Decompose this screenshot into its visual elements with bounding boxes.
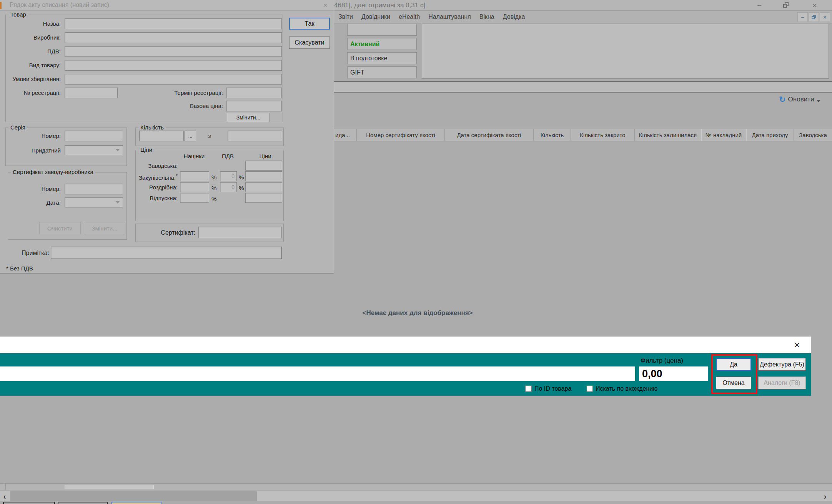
purchase-star: * xyxy=(176,173,178,179)
scroll-right-icon[interactable]: › xyxy=(820,491,830,501)
group-prices-label: Ціни xyxy=(138,147,154,153)
note-input[interactable] xyxy=(51,247,282,259)
series-valid-combo[interactable] xyxy=(65,145,123,155)
menu-item-directories[interactable]: Довідники xyxy=(357,13,394,20)
mdi-restore-icon[interactable] xyxy=(809,12,819,22)
product-search-input[interactable] xyxy=(0,366,635,381)
release-markup-input[interactable] xyxy=(180,193,209,203)
table-header-cell[interactable]: Кількість закрито xyxy=(571,129,635,141)
mdi-minimize-icon[interactable]: – xyxy=(797,12,808,22)
series-number-input[interactable] xyxy=(65,131,123,141)
quantity-total-input[interactable] xyxy=(228,131,282,141)
filter-price-input[interactable] xyxy=(639,366,708,381)
scrollbar-thumb[interactable] xyxy=(10,491,257,501)
by-entry-checkbox[interactable] xyxy=(586,385,593,392)
background-panel xyxy=(422,24,829,79)
defektura-button[interactable]: Дефектура (F5) xyxy=(758,358,806,371)
state-value: В подготовке xyxy=(347,52,417,64)
retail-price-input[interactable] xyxy=(245,182,282,192)
ok-button[interactable]: Так xyxy=(289,18,330,30)
product-search-dialog: × Фильтр (цена) Да Отмена Дефектура (F5)… xyxy=(0,336,811,396)
table-header-cell[interactable]: Дата сертифіката якості xyxy=(445,129,534,141)
certificate-input[interactable] xyxy=(198,227,282,238)
storage-input[interactable] xyxy=(65,74,282,85)
cancel-button[interactable]: Скасувати xyxy=(289,36,330,49)
scroll-left-icon[interactable]: ‹ xyxy=(0,491,9,501)
horizontal-scrollbar[interactable]: ‹ › xyxy=(0,491,832,501)
label-purchase-price: Закупівельна:* xyxy=(115,173,178,181)
partial-button-highlighted[interactable] xyxy=(111,502,161,504)
retail-vat-input[interactable]: 0 xyxy=(220,182,237,192)
analogs-button[interactable]: Аналоги (F8) xyxy=(758,376,806,389)
cert-number-input[interactable] xyxy=(65,184,123,194)
writeoff-dialog: Рядок акту списання (новий запис) × Това… xyxy=(0,0,334,274)
menu-items: Звіти Довідники eHealth Налаштування Вік… xyxy=(334,11,529,23)
label-certificate: Сертифікат: xyxy=(138,229,195,236)
table-header-cell[interactable]: Дата приходу xyxy=(746,129,794,141)
table-header-cell[interactable]: Кількість xyxy=(534,129,571,141)
menu-item-help[interactable]: Довідка xyxy=(499,13,529,20)
refresh-button[interactable]: ↻ Оновити xyxy=(779,96,820,103)
label-release-price: Відпускна: xyxy=(115,195,178,201)
manufacturer-input[interactable] xyxy=(65,32,282,43)
mdi-close-icon[interactable]: × xyxy=(820,12,830,22)
footnote-no-vat: * Без ПДВ xyxy=(6,265,52,272)
label-product-type: Вид товару: xyxy=(0,62,61,68)
search-dialog-close-icon[interactable]: × xyxy=(790,340,804,350)
background-toolbar xyxy=(319,81,832,93)
retail-markup-input[interactable] xyxy=(180,182,209,192)
cert-date-combo[interactable] xyxy=(65,197,123,207)
menu-item-windows[interactable]: Вікна xyxy=(475,13,499,20)
column-markup-label: Націнки xyxy=(179,153,210,159)
label-reg-term: Термін реєстрації: xyxy=(147,90,223,96)
release-price-input[interactable] xyxy=(245,193,282,203)
mdi-restore-front xyxy=(812,16,815,19)
label-retail-price: Роздрібна: xyxy=(115,184,178,191)
search-dialog-titlebar: × xyxy=(0,337,811,353)
factory-price-input[interactable] xyxy=(245,161,282,171)
strip-inset xyxy=(65,485,154,489)
menu-item-settings[interactable]: Налаштування xyxy=(424,13,475,20)
menu-item-ehealth[interactable]: eHealth xyxy=(394,13,424,20)
product-type-input[interactable] xyxy=(65,60,282,71)
partial-button-1[interactable] xyxy=(3,502,55,504)
chevron-down-icon xyxy=(116,201,120,204)
change-cert-button[interactable]: Змінити... xyxy=(84,222,125,234)
window-close-icon[interactable]: × xyxy=(806,0,824,11)
table-header-cell[interactable]: Заводська xyxy=(794,129,832,141)
clear-button[interactable]: Очистити xyxy=(39,222,81,234)
table-header-row: ида... Номер сертифікату якості Дата сер… xyxy=(329,129,832,141)
chevron-down-icon xyxy=(116,149,120,151)
menu-item-reports[interactable]: Звіти xyxy=(334,13,357,20)
quantity-browse-button[interactable]: ... xyxy=(185,131,196,141)
vat-input[interactable] xyxy=(65,46,282,57)
dialog-titlebar[interactable]: Рядок акту списання (новий запис) × xyxy=(0,0,334,11)
dialog-close-icon[interactable]: × xyxy=(320,1,330,10)
reg-number-input[interactable] xyxy=(65,88,118,98)
group-factory-cert-label: Сертифікат заводу-виробника xyxy=(11,169,95,175)
table-header-cell[interactable]: Номер сертифікату якості xyxy=(357,129,445,141)
label-cert-date: Дата: xyxy=(15,199,61,206)
change-product-button[interactable]: Змінити... xyxy=(227,113,270,122)
reg-term-input[interactable] xyxy=(226,88,282,98)
purchase-vat-input[interactable]: 0 xyxy=(220,171,237,181)
purchase-markup-input[interactable] xyxy=(180,171,209,181)
refresh-dropdown-icon[interactable] xyxy=(817,100,820,102)
label-storage: Умови зберігання: xyxy=(0,76,61,82)
window-restore-icon[interactable] xyxy=(777,0,795,11)
table-header-cell[interactable]: № накладний xyxy=(701,129,746,141)
percent-sign: % xyxy=(211,196,216,202)
name-input[interactable] xyxy=(65,18,282,29)
base-price-input[interactable] xyxy=(226,101,282,111)
window-minimize-icon[interactable]: – xyxy=(750,0,768,11)
partial-button-2[interactable] xyxy=(58,502,108,504)
highlight-annotation xyxy=(711,354,757,394)
by-id-checkbox[interactable] xyxy=(525,385,532,392)
table-header-cell[interactable]: Кількість залишилася xyxy=(635,129,701,141)
filter-price-label: Фильтр (цена) xyxy=(641,357,683,365)
purchase-price-input[interactable] xyxy=(245,171,282,181)
percent-sign: % xyxy=(211,185,216,191)
label-factory-price: Заводська: xyxy=(115,162,178,169)
bottom-panel-strip xyxy=(0,483,832,490)
quantity-input[interactable] xyxy=(139,131,184,141)
